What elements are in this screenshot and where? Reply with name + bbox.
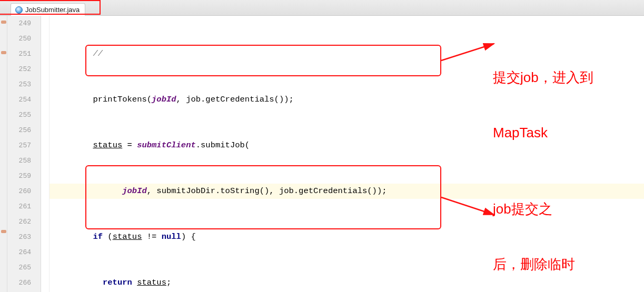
code-line-current: jobId, submitJobDir.toString(), job.getC… <box>49 184 644 199</box>
line-number: 251 <box>7 46 31 62</box>
code-line: printTokens(jobId, job.getCredentials())… <box>49 92 644 107</box>
line-number: 260 <box>7 184 31 199</box>
left-margin <box>0 16 7 292</box>
margin-marker <box>1 230 6 233</box>
line-number: 259 <box>7 168 31 184</box>
line-number: 266 <box>7 275 31 290</box>
editor-tab-jobsubmitter[interactable]: JobSubmitter.java <box>11 3 85 16</box>
line-number: 256 <box>7 123 31 138</box>
line-number: 255 <box>7 107 31 123</box>
line-number: 257 <box>7 138 31 153</box>
tab-bar: JobSubmitter.java <box>0 0 644 16</box>
line-number: 249 <box>7 16 31 31</box>
margin-marker <box>1 51 6 54</box>
code-line: return status; <box>49 275 644 290</box>
editor-area: 249 250 251 252 253 254 255 256 257 258 … <box>0 16 644 292</box>
java-class-icon <box>15 6 23 14</box>
line-number: 250 <box>7 31 31 46</box>
line-number: 264 <box>7 245 31 260</box>
line-number: 253 <box>7 77 31 92</box>
code-line: // <box>49 46 644 62</box>
code-line: if (status != null) { <box>49 229 644 245</box>
tab-filename: JobSubmitter.java <box>25 6 80 14</box>
line-number-gutter: 249 250 251 252 253 254 255 256 257 258 … <box>7 16 41 292</box>
line-number: 261 <box>7 199 31 214</box>
line-number: 265 <box>7 260 31 275</box>
margin-marker <box>1 21 6 24</box>
code-content[interactable]: // printTokens(jobId, job.getCredentials… <box>49 16 644 292</box>
annotation-text-cleanup: job提交之 后，删除临时 目录及内部的 文件 <box>493 163 575 292</box>
code-line: status = submitClient.submitJob( <box>49 138 644 153</box>
line-number: 262 <box>7 214 31 229</box>
line-number: 263 <box>7 229 31 245</box>
line-number: 254 <box>7 92 31 107</box>
line-number: 252 <box>7 62 31 77</box>
line-number: 258 <box>7 153 31 168</box>
svg-line-1 <box>441 197 494 215</box>
fold-column <box>41 16 49 292</box>
